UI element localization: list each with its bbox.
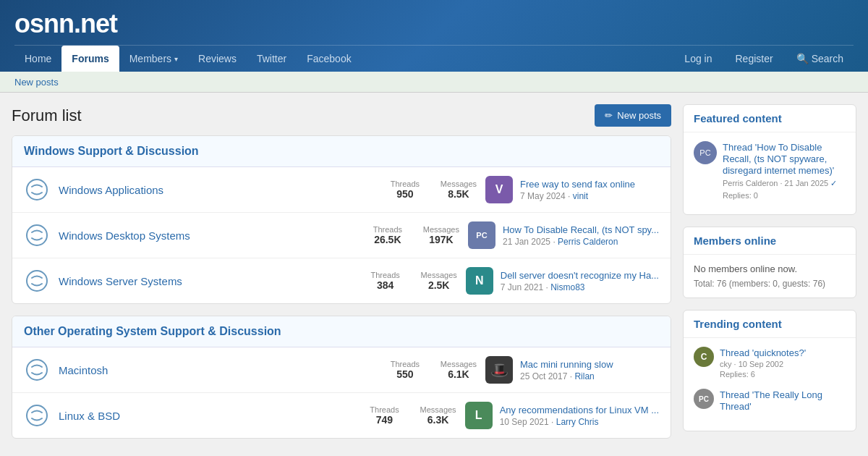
latest-info-macintosh: Mac mini running slow 25 Oct 2017 · Rila…: [520, 358, 659, 381]
latest-meta-windows-server: 7 Jun 2021 · Nismo83: [501, 282, 659, 292]
trending-content: C Thread 'quicknotes?' cky · 10 Sep 2002…: [684, 338, 856, 431]
forum-icon-windows-desktop: [24, 222, 50, 248]
category-other-os: Other Operating System Support & Discuss…: [12, 316, 671, 439]
site-header: osnn.net Home Forums Members ▾ Reviews T…: [0, 0, 868, 72]
latest-info-windows-desktop: How To Disable Recall, (ts NOT spy... 21…: [503, 224, 659, 247]
main-content: Forum list ✏ New posts Windows Support &…: [12, 104, 671, 450]
forum-stats-macintosh: Threads 550 Messages 6.1K: [387, 360, 477, 380]
forum-latest-windows-applications: V Free way to send fax online 7 May 2024…: [485, 176, 659, 203]
avatar-larry: L: [465, 402, 493, 429]
latest-user-link-windows-desktop[interactable]: Perris Calderon: [558, 237, 618, 247]
trending-item-1: PC Thread 'The Really Long Thread': [694, 389, 846, 412]
sidebar-featured: Featured content PC Thread 'How To Disab…: [683, 104, 856, 215]
category-other-os-title[interactable]: Other Operating System Support & Discuss…: [24, 325, 281, 337]
avatar-perris: PC: [468, 221, 495, 249]
main-container: Forum list ✏ New posts Windows Support &…: [0, 93, 868, 456]
nav-home[interactable]: Home: [14, 46, 61, 72]
forum-icon-macintosh: [24, 357, 50, 383]
forum-stats-windows-applications: Threads 950 Messages 8.5K: [387, 180, 477, 200]
forum-name-windows-applications[interactable]: Windows Applications: [59, 184, 163, 196]
nav-right: Log in Register 🔍 Search: [674, 46, 854, 72]
forum-latest-macintosh: 🎩 Mac mini running slow 25 Oct 2017 · Ri…: [485, 356, 659, 384]
nav-login[interactable]: Log in: [674, 46, 722, 72]
trending-replies-0: Replies: 6: [720, 370, 806, 379]
svg-point-4: [27, 405, 47, 426]
forum-name-macintosh[interactable]: Macintosh: [59, 364, 108, 376]
featured-thread: PC Thread 'How To Disable Recall, (ts NO…: [694, 141, 846, 200]
forum-name-windows-server[interactable]: Windows Server Systems: [59, 275, 182, 287]
featured-meta: Perris Calderon · 21 Jan 2025 ✓: [723, 179, 846, 188]
trending-item-0: C Thread 'quicknotes?' cky · 10 Sep 2002…: [694, 347, 846, 379]
latest-meta-windows-applications: 7 May 2024 · vinit: [520, 191, 659, 201]
latest-user-link-linux-bsd[interactable]: Larry Chris: [556, 417, 599, 427]
forum-row-windows-desktop: Windows Desktop Systems Threads 26.5K Me…: [12, 213, 671, 258]
featured-header: Featured content: [684, 105, 856, 132]
category-windows-header: Windows Support & Discussion: [12, 136, 671, 167]
nav-members[interactable]: Members ▾: [119, 46, 188, 72]
members-dropdown-arrow[interactable]: ▾: [174, 55, 178, 63]
category-windows: Windows Support & Discussion Windows App…: [12, 135, 671, 304]
svg-point-0: [27, 180, 47, 200]
category-other-os-header: Other Operating System Support & Discuss…: [12, 316, 671, 347]
forum-latest-windows-server: N Dell server doesn't recognize my Ha...…: [466, 267, 659, 295]
members-online-content: No members online now. Total: 76 (member…: [684, 255, 856, 297]
forum-stats-windows-desktop: Threads 26.5K Messages 197K: [370, 225, 459, 245]
forum-latest-linux-bsd: L Any recommendations for Linux VM ... 1…: [465, 402, 659, 429]
latest-thread-link-windows-server[interactable]: Dell server doesn't recognize my Ha...: [501, 270, 659, 281]
featured-avatar: PC: [694, 141, 717, 164]
search-icon: 🔍: [796, 53, 809, 64]
avatar-nismo: N: [466, 267, 493, 295]
avatar-rilan: 🎩: [485, 356, 513, 384]
svg-point-2: [27, 271, 47, 291]
new-posts-button[interactable]: ✏ New posts: [595, 104, 671, 127]
trending-header: Trending content: [684, 311, 856, 338]
trending-info-0: Thread 'quicknotes?' cky · 10 Sep 2002 R…: [720, 347, 806, 379]
latest-user-link-windows-applications[interactable]: vinit: [573, 191, 588, 201]
latest-info-windows-applications: Free way to send fax online 7 May 2024 ·…: [520, 178, 659, 201]
nav-twitter[interactable]: Twitter: [247, 46, 297, 72]
latest-meta-linux-bsd: 10 Sep 2021 · Larry Chris: [500, 417, 659, 427]
nav-facebook[interactable]: Facebook: [297, 46, 361, 72]
featured-thread-link[interactable]: Thread 'How To Disable Recall, (ts NOT s…: [723, 142, 834, 176]
latest-thread-link-windows-applications[interactable]: Free way to send fax online: [520, 179, 635, 190]
forum-list-header: Forum list ✏ New posts: [12, 104, 671, 127]
sidebar: Featured content PC Thread 'How To Disab…: [683, 104, 856, 450]
nav-left: Home Forums Members ▾ Reviews Twitter Fa…: [14, 46, 674, 72]
sub-header: New posts: [0, 72, 868, 93]
nav-register[interactable]: Register: [726, 46, 783, 72]
new-posts-link[interactable]: New posts: [14, 77, 59, 88]
trending-avatar-1: PC: [694, 389, 714, 409]
featured-replies: Replies: 0: [723, 191, 846, 200]
trending-info-1: Thread 'The Really Long Thread': [720, 389, 846, 412]
forum-name-linux-bsd[interactable]: Linux & BSD: [59, 410, 120, 422]
site-logo[interactable]: osnn.net: [14, 9, 117, 45]
forum-stats-windows-server: Threads 384 Messages 2.5K: [367, 271, 457, 291]
forum-name-windows-desktop[interactable]: Windows Desktop Systems: [59, 229, 190, 242]
latest-thread-link-windows-desktop[interactable]: How To Disable Recall, (ts NOT spy...: [503, 224, 659, 235]
forum-icon-windows-server: [24, 268, 50, 294]
latest-meta-windows-desktop: 21 Jan 2025 · Perris Calderon: [503, 237, 659, 247]
forum-row-windows-server: Windows Server Systems Threads 384 Messa…: [12, 258, 671, 303]
nav-reviews[interactable]: Reviews: [188, 46, 247, 72]
latest-info-linux-bsd: Any recommendations for Linux VM ... 10 …: [500, 404, 659, 427]
sidebar-trending: Trending content C Thread 'quicknotes?' …: [683, 310, 856, 431]
latest-user-link-windows-server[interactable]: Nismo83: [550, 282, 584, 292]
category-windows-title[interactable]: Windows Support & Discussion: [24, 145, 199, 157]
featured-content: PC Thread 'How To Disable Recall, (ts NO…: [684, 132, 856, 214]
svg-point-3: [27, 360, 47, 380]
forum-row-macintosh: Macintosh Threads 550 Messages 6.1K 🎩 Ma…: [12, 347, 671, 393]
latest-thread-link-linux-bsd[interactable]: Any recommendations for Linux VM ...: [500, 405, 659, 415]
trending-thread-link-0[interactable]: Thread 'quicknotes?': [720, 347, 806, 358]
latest-user-link-macintosh[interactable]: Rilan: [574, 371, 594, 381]
forum-row-windows-applications: Windows Applications Threads 950 Message…: [12, 167, 671, 213]
nav-search[interactable]: 🔍 Search: [786, 46, 854, 72]
featured-thread-info: Thread 'How To Disable Recall, (ts NOT s…: [723, 141, 846, 200]
members-online-status: No members online now.: [694, 263, 846, 274]
trending-thread-link-1[interactable]: Thread 'The Really Long Thread': [720, 389, 822, 412]
nav-forums[interactable]: Forums: [61, 46, 119, 72]
forum-icon-windows-applications: [24, 177, 50, 203]
svg-point-1: [27, 225, 47, 245]
latest-thread-link-macintosh[interactable]: Mac mini running slow: [520, 359, 613, 370]
page-title: Forum list: [12, 106, 82, 125]
forum-latest-windows-desktop: PC How To Disable Recall, (ts NOT spy...…: [468, 221, 659, 249]
